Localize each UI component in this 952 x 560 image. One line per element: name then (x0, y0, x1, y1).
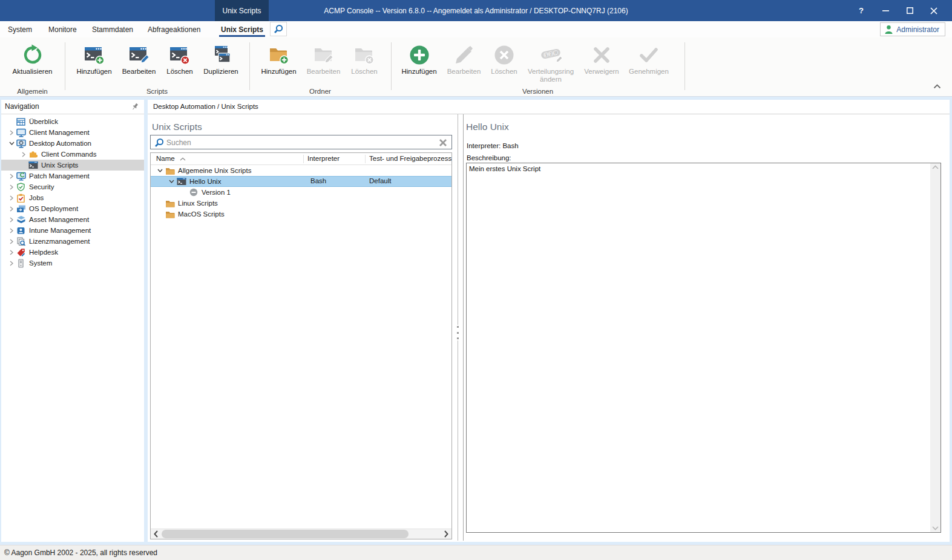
ribbon-group-ordner: Hinzufügen Bearbeiten Löschen Ordner (249, 37, 391, 97)
pin-icon[interactable] (131, 103, 139, 111)
approve-icon (639, 44, 658, 67)
approve-button[interactable]: Genehmigen (623, 41, 674, 83)
nav-item-unix-scripts[interactable]: Unix Scripts (1, 160, 144, 171)
script-edit-icon (129, 44, 149, 67)
menu-unix-scripts[interactable]: Unix Scripts (213, 21, 271, 37)
folder-delete-icon (354, 44, 375, 67)
user-icon (884, 25, 893, 34)
folder-edit-button[interactable]: Bearbeiten (301, 41, 346, 76)
script-edit-button[interactable]: Bearbeiten (116, 41, 162, 76)
refresh-button[interactable]: Aktualisieren (13, 41, 53, 76)
expand-chevron-icon (7, 195, 16, 201)
table-row-hello-unix[interactable]: Hello Unix Bash Default (151, 176, 451, 187)
navigation-title: Navigation (5, 102, 39, 111)
version-edit-button[interactable]: Bearbeiten (441, 41, 487, 83)
table-row-linux-scripts[interactable]: Linux Scripts (151, 198, 451, 209)
column-header-name[interactable]: Name (156, 155, 175, 162)
search-placeholder: Suchen (166, 138, 191, 147)
description-textarea[interactable]: Mein erstes Unix Script (466, 163, 941, 533)
nav-item-os-deployment[interactable]: OS Deployment (1, 203, 144, 214)
ribbon-group-versionen: Hinzufügen Bearbeiten Löschen 12R (391, 37, 684, 97)
horizontal-scrollbar[interactable] (151, 529, 451, 539)
menu-monitore[interactable]: Monitore (41, 21, 85, 37)
folder-add-button[interactable]: Hinzufügen (257, 41, 301, 76)
ribbon-group-label: Scripts (65, 88, 249, 95)
ribbon-group-allgemein: Aktualisieren Allgemein (0, 37, 65, 97)
nav-item-asset-management[interactable]: Asset Management (1, 214, 144, 225)
close-button[interactable] (922, 0, 946, 21)
list-panel-title: Unix Scripts (152, 122, 202, 132)
maximize-button[interactable] (898, 0, 922, 21)
clear-search-icon[interactable] (439, 138, 447, 147)
nav-item-security[interactable]: Security (1, 181, 144, 192)
column-header-interpreter[interactable]: Interpreter (303, 155, 340, 163)
folder-delete-button[interactable]: Löschen (346, 41, 382, 76)
patch-management-icon (16, 171, 26, 181)
nav-item-lizenzmanagement[interactable]: Lizenzmanagement (1, 236, 144, 247)
plus-circle-icon (409, 44, 430, 67)
nav-item-intune-management[interactable]: Intune Management (1, 225, 144, 236)
nav-item-jobs[interactable]: Jobs (1, 192, 144, 203)
folder-icon (165, 199, 175, 208)
titlebar-active-tab[interactable]: Unix Scripts (215, 0, 269, 21)
menu-system[interactable]: System (0, 21, 40, 37)
search-icon (274, 24, 283, 34)
minimize-button[interactable] (873, 0, 898, 21)
scrollbar-thumb[interactable] (162, 530, 409, 538)
os-deployment-icon (16, 204, 26, 213)
ribbon-toolbar: Aktualisieren Allgemein Hinzufügen (0, 37, 952, 97)
table-row-version-1[interactable]: Version 1 (151, 187, 451, 198)
user-name: Administrator (896, 25, 939, 34)
vertical-scrollbar[interactable] (930, 163, 941, 532)
deny-button[interactable]: Verweigern (580, 41, 623, 83)
menu-bar: System Monitore Stammdaten Abfrageaktion… (0, 21, 952, 37)
helpdesk-icon (16, 247, 26, 257)
cell-process: Default (369, 177, 391, 184)
client-management-icon (16, 128, 26, 137)
script-delete-button[interactable]: Löschen (162, 41, 198, 76)
collapse-chevron-icon (167, 180, 176, 183)
detail-panel-title: Hello Unix (466, 122, 509, 132)
status-bar: © Aagon GmbH 2002 - 2025, all rights res… (0, 545, 952, 560)
nav-item-ueberblick[interactable]: Überblick (1, 116, 144, 127)
nav-item-client-commands[interactable]: Client Commands (1, 149, 144, 160)
sort-asc-icon (180, 157, 186, 161)
distribution-ring-icon: 12R (539, 44, 563, 67)
script-add-button[interactable]: Hinzufügen (72, 41, 116, 76)
maximize-icon (907, 7, 913, 14)
close-icon (930, 7, 937, 15)
table-row-macos-scripts[interactable]: MacOS Scripts (151, 209, 451, 220)
scroll-up-icon (932, 165, 939, 169)
version-delete-button[interactable]: Löschen (487, 41, 522, 83)
scroll-right-icon (442, 530, 450, 538)
splitter-grip[interactable] (456, 325, 460, 340)
expand-chevron-icon (19, 152, 28, 157)
menu-search-button[interactable] (270, 22, 287, 36)
folder-icon (165, 210, 175, 219)
asset-management-icon (16, 215, 26, 224)
scroll-down-icon (932, 526, 939, 530)
script-duplicate-button[interactable]: Duplizieren (198, 41, 244, 76)
nav-item-system[interactable]: System (1, 258, 144, 269)
user-badge[interactable]: Administrator (880, 22, 945, 36)
table-row-allgemeine-unix-scripts[interactable]: Allgemeine Unix Scripts (151, 165, 451, 176)
nav-item-patch-management[interactable]: Patch Management (1, 171, 144, 181)
jobs-icon (16, 193, 26, 203)
menu-stammdaten[interactable]: Stammdaten (84, 21, 141, 37)
nav-item-client-management[interactable]: Client Management (1, 127, 144, 138)
nav-item-desktop-automation[interactable]: Desktop Automation (1, 138, 144, 149)
version-add-button[interactable]: Hinzufügen (397, 41, 441, 83)
nav-item-helpdesk[interactable]: Helpdesk (1, 247, 144, 258)
column-header-process[interactable]: Test- und Freigabeprozess (365, 155, 451, 163)
search-box[interactable]: Suchen (150, 135, 452, 149)
navigation-panel: Navigation Überblick Client Management (1, 100, 144, 542)
breadcrumb: Desktop Automation / Unix Scripts (148, 100, 950, 114)
ribbon-collapse-button[interactable] (933, 80, 941, 91)
x-circle-icon (494, 44, 514, 67)
help-button[interactable]: ? (849, 0, 873, 21)
change-distribution-ring-button[interactable]: 12R Verteilungsring ändern (522, 41, 580, 83)
menu-abfrageaktionen[interactable]: Abfrageaktionen (140, 21, 208, 37)
table-header: Name Interpreter Test- und Freigabeproze… (151, 153, 451, 165)
navigation-tree: Überblick Client Management Desktop Auto… (1, 116, 144, 542)
ribbon-group-label: Ordner (249, 88, 391, 95)
